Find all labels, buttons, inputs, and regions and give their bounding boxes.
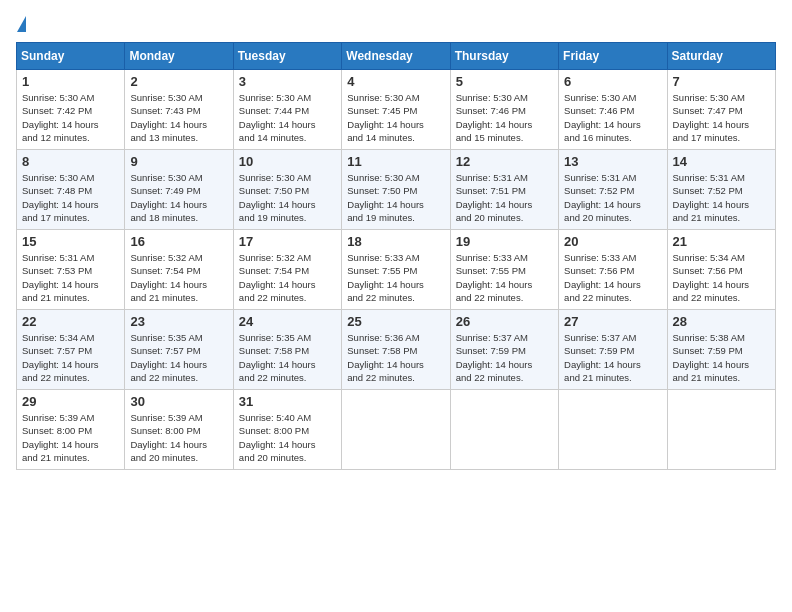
- day-number: 7: [673, 74, 770, 89]
- calendar-cell: 16Sunrise: 5:32 AMSunset: 7:54 PMDayligh…: [125, 230, 233, 310]
- calendar-cell: [667, 390, 775, 470]
- day-info: Sunrise: 5:35 AMSunset: 7:57 PMDaylight:…: [130, 331, 227, 384]
- day-number: 19: [456, 234, 553, 249]
- calendar-cell: 3Sunrise: 5:30 AMSunset: 7:44 PMDaylight…: [233, 70, 341, 150]
- day-number: 25: [347, 314, 444, 329]
- day-number: 26: [456, 314, 553, 329]
- calendar-cell: [342, 390, 450, 470]
- calendar-header-row: SundayMondayTuesdayWednesdayThursdayFrid…: [17, 43, 776, 70]
- day-info: Sunrise: 5:30 AMSunset: 7:43 PMDaylight:…: [130, 91, 227, 144]
- day-number: 11: [347, 154, 444, 169]
- day-number: 18: [347, 234, 444, 249]
- day-number: 8: [22, 154, 119, 169]
- calendar-cell: 12Sunrise: 5:31 AMSunset: 7:51 PMDayligh…: [450, 150, 558, 230]
- day-number: 13: [564, 154, 661, 169]
- calendar-week-row: 8Sunrise: 5:30 AMSunset: 7:48 PMDaylight…: [17, 150, 776, 230]
- day-info: Sunrise: 5:38 AMSunset: 7:59 PMDaylight:…: [673, 331, 770, 384]
- day-info: Sunrise: 5:33 AMSunset: 7:55 PMDaylight:…: [347, 251, 444, 304]
- day-number: 22: [22, 314, 119, 329]
- day-info: Sunrise: 5:30 AMSunset: 7:47 PMDaylight:…: [673, 91, 770, 144]
- calendar-cell: 25Sunrise: 5:36 AMSunset: 7:58 PMDayligh…: [342, 310, 450, 390]
- calendar-week-row: 15Sunrise: 5:31 AMSunset: 7:53 PMDayligh…: [17, 230, 776, 310]
- day-number: 31: [239, 394, 336, 409]
- day-info: Sunrise: 5:39 AMSunset: 8:00 PMDaylight:…: [22, 411, 119, 464]
- calendar-week-row: 29Sunrise: 5:39 AMSunset: 8:00 PMDayligh…: [17, 390, 776, 470]
- day-number: 10: [239, 154, 336, 169]
- calendar-cell: 6Sunrise: 5:30 AMSunset: 7:46 PMDaylight…: [559, 70, 667, 150]
- calendar-cell: 22Sunrise: 5:34 AMSunset: 7:57 PMDayligh…: [17, 310, 125, 390]
- day-info: Sunrise: 5:31 AMSunset: 7:52 PMDaylight:…: [564, 171, 661, 224]
- day-number: 30: [130, 394, 227, 409]
- day-info: Sunrise: 5:31 AMSunset: 7:51 PMDaylight:…: [456, 171, 553, 224]
- calendar-cell: 18Sunrise: 5:33 AMSunset: 7:55 PMDayligh…: [342, 230, 450, 310]
- calendar-cell: 20Sunrise: 5:33 AMSunset: 7:56 PMDayligh…: [559, 230, 667, 310]
- day-number: 2: [130, 74, 227, 89]
- day-info: Sunrise: 5:30 AMSunset: 7:50 PMDaylight:…: [347, 171, 444, 224]
- day-info: Sunrise: 5:35 AMSunset: 7:58 PMDaylight:…: [239, 331, 336, 384]
- day-number: 16: [130, 234, 227, 249]
- day-info: Sunrise: 5:33 AMSunset: 7:56 PMDaylight:…: [564, 251, 661, 304]
- day-info: Sunrise: 5:30 AMSunset: 7:45 PMDaylight:…: [347, 91, 444, 144]
- calendar-cell: [450, 390, 558, 470]
- day-number: 27: [564, 314, 661, 329]
- day-info: Sunrise: 5:31 AMSunset: 7:53 PMDaylight:…: [22, 251, 119, 304]
- day-number: 5: [456, 74, 553, 89]
- day-number: 6: [564, 74, 661, 89]
- day-number: 21: [673, 234, 770, 249]
- calendar-cell: 14Sunrise: 5:31 AMSunset: 7:52 PMDayligh…: [667, 150, 775, 230]
- calendar-cell: 31Sunrise: 5:40 AMSunset: 8:00 PMDayligh…: [233, 390, 341, 470]
- calendar-cell: 4Sunrise: 5:30 AMSunset: 7:45 PMDaylight…: [342, 70, 450, 150]
- day-info: Sunrise: 5:36 AMSunset: 7:58 PMDaylight:…: [347, 331, 444, 384]
- day-info: Sunrise: 5:30 AMSunset: 7:46 PMDaylight:…: [456, 91, 553, 144]
- day-number: 9: [130, 154, 227, 169]
- day-info: Sunrise: 5:39 AMSunset: 8:00 PMDaylight:…: [130, 411, 227, 464]
- calendar-cell: 26Sunrise: 5:37 AMSunset: 7:59 PMDayligh…: [450, 310, 558, 390]
- day-number: 20: [564, 234, 661, 249]
- day-number: 1: [22, 74, 119, 89]
- day-number: 23: [130, 314, 227, 329]
- logo-triangle-icon: [17, 16, 26, 32]
- day-info: Sunrise: 5:30 AMSunset: 7:50 PMDaylight:…: [239, 171, 336, 224]
- calendar-cell: 23Sunrise: 5:35 AMSunset: 7:57 PMDayligh…: [125, 310, 233, 390]
- day-info: Sunrise: 5:31 AMSunset: 7:52 PMDaylight:…: [673, 171, 770, 224]
- calendar-cell: 9Sunrise: 5:30 AMSunset: 7:49 PMDaylight…: [125, 150, 233, 230]
- calendar-cell: 19Sunrise: 5:33 AMSunset: 7:55 PMDayligh…: [450, 230, 558, 310]
- day-number: 29: [22, 394, 119, 409]
- calendar-cell: 13Sunrise: 5:31 AMSunset: 7:52 PMDayligh…: [559, 150, 667, 230]
- day-header-wednesday: Wednesday: [342, 43, 450, 70]
- day-info: Sunrise: 5:30 AMSunset: 7:42 PMDaylight:…: [22, 91, 119, 144]
- day-number: 17: [239, 234, 336, 249]
- calendar-cell: 30Sunrise: 5:39 AMSunset: 8:00 PMDayligh…: [125, 390, 233, 470]
- day-info: Sunrise: 5:37 AMSunset: 7:59 PMDaylight:…: [456, 331, 553, 384]
- calendar-week-row: 1Sunrise: 5:30 AMSunset: 7:42 PMDaylight…: [17, 70, 776, 150]
- day-info: Sunrise: 5:30 AMSunset: 7:46 PMDaylight:…: [564, 91, 661, 144]
- day-header-saturday: Saturday: [667, 43, 775, 70]
- day-info: Sunrise: 5:30 AMSunset: 7:44 PMDaylight:…: [239, 91, 336, 144]
- day-header-monday: Monday: [125, 43, 233, 70]
- calendar-table: SundayMondayTuesdayWednesdayThursdayFrid…: [16, 42, 776, 470]
- day-header-friday: Friday: [559, 43, 667, 70]
- calendar-cell: 21Sunrise: 5:34 AMSunset: 7:56 PMDayligh…: [667, 230, 775, 310]
- day-info: Sunrise: 5:33 AMSunset: 7:55 PMDaylight:…: [456, 251, 553, 304]
- calendar-cell: [559, 390, 667, 470]
- calendar-cell: 1Sunrise: 5:30 AMSunset: 7:42 PMDaylight…: [17, 70, 125, 150]
- calendar-cell: 24Sunrise: 5:35 AMSunset: 7:58 PMDayligh…: [233, 310, 341, 390]
- day-info: Sunrise: 5:30 AMSunset: 7:48 PMDaylight:…: [22, 171, 119, 224]
- day-number: 3: [239, 74, 336, 89]
- day-header-tuesday: Tuesday: [233, 43, 341, 70]
- day-info: Sunrise: 5:34 AMSunset: 7:57 PMDaylight:…: [22, 331, 119, 384]
- day-info: Sunrise: 5:40 AMSunset: 8:00 PMDaylight:…: [239, 411, 336, 464]
- day-number: 28: [673, 314, 770, 329]
- calendar-cell: 29Sunrise: 5:39 AMSunset: 8:00 PMDayligh…: [17, 390, 125, 470]
- day-info: Sunrise: 5:30 AMSunset: 7:49 PMDaylight:…: [130, 171, 227, 224]
- calendar-cell: 7Sunrise: 5:30 AMSunset: 7:47 PMDaylight…: [667, 70, 775, 150]
- day-number: 14: [673, 154, 770, 169]
- day-info: Sunrise: 5:32 AMSunset: 7:54 PMDaylight:…: [130, 251, 227, 304]
- calendar-cell: 10Sunrise: 5:30 AMSunset: 7:50 PMDayligh…: [233, 150, 341, 230]
- day-number: 15: [22, 234, 119, 249]
- calendar-cell: 2Sunrise: 5:30 AMSunset: 7:43 PMDaylight…: [125, 70, 233, 150]
- calendar-cell: 15Sunrise: 5:31 AMSunset: 7:53 PMDayligh…: [17, 230, 125, 310]
- logo: [16, 16, 26, 34]
- calendar-cell: 17Sunrise: 5:32 AMSunset: 7:54 PMDayligh…: [233, 230, 341, 310]
- day-info: Sunrise: 5:37 AMSunset: 7:59 PMDaylight:…: [564, 331, 661, 384]
